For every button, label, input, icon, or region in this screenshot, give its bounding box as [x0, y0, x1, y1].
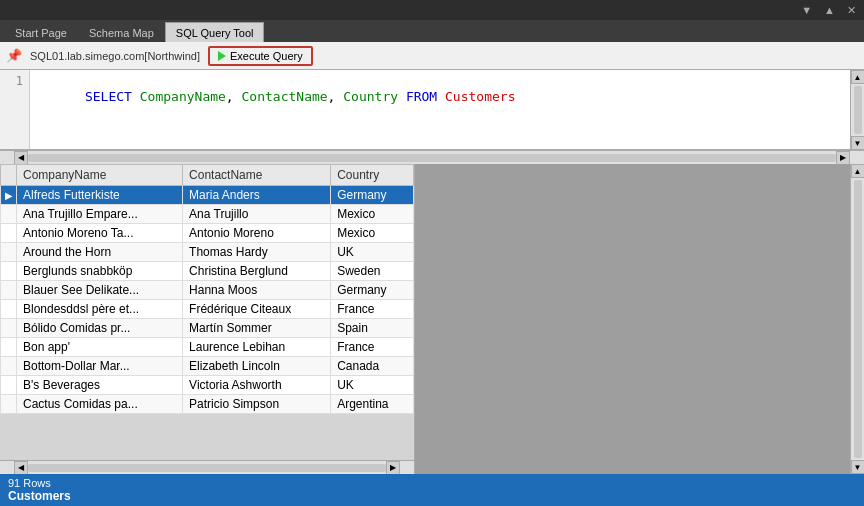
- line-number-1: 1: [6, 74, 23, 88]
- result-table: CompanyName ContactName Country ▶Alfreds…: [0, 164, 414, 460]
- sql-col-company: CompanyName: [140, 89, 226, 104]
- table-row[interactable]: B's BeveragesVictoria AshworthUK: [1, 376, 414, 395]
- row-company: Bólido Comidas pr...: [17, 319, 183, 338]
- row-country: Sweden: [331, 262, 414, 281]
- scroll-left-arrow[interactable]: ◀: [14, 151, 28, 165]
- col-country-header[interactable]: Country: [331, 165, 414, 186]
- table-row[interactable]: Ana Trujillo Empare...Ana TrujilloMexico: [1, 205, 414, 224]
- minimize-button[interactable]: ▼: [797, 4, 816, 17]
- h-scrollbar-track: [28, 154, 836, 162]
- row-country: Germany: [331, 186, 414, 205]
- row-contact: Frédérique Citeaux: [183, 300, 331, 319]
- col-arrow-header: [1, 165, 17, 186]
- table-body: ▶Alfreds FutterkisteMaria AndersGermanyA…: [1, 186, 414, 414]
- table-row[interactable]: Around the HornThomas HardyUK: [1, 243, 414, 262]
- maximize-button[interactable]: ▲: [820, 4, 839, 17]
- row-company: Blauer See Delikate...: [17, 281, 183, 300]
- row-country: Mexico: [331, 205, 414, 224]
- sql-from: [398, 89, 406, 104]
- row-arrow-cell: ▶: [1, 186, 17, 205]
- results-scroll-track: [854, 180, 862, 458]
- title-bar-controls: ▼ ▲ ✕: [797, 4, 860, 17]
- row-company: Berglunds snabbköp: [17, 262, 183, 281]
- editor-v-scrollbar[interactable]: ▲ ▼: [850, 70, 864, 150]
- col-contact-header[interactable]: ContactName: [183, 165, 331, 186]
- pin-icon: 📌: [6, 48, 22, 63]
- table-row[interactable]: Cactus Comidas pa...Patricio SimpsonArge…: [1, 395, 414, 414]
- row-company: Cactus Comidas pa...: [17, 395, 183, 414]
- row-country: UK: [331, 243, 414, 262]
- row-company: Alfreds Futterkiste: [17, 186, 183, 205]
- row-company: Bottom-Dollar Mar...: [17, 357, 183, 376]
- editor-scroll-track: [854, 86, 862, 134]
- col-company-header[interactable]: CompanyName: [17, 165, 183, 186]
- table-row[interactable]: Berglunds snabbköpChristina BerglundSwed…: [1, 262, 414, 281]
- table-row[interactable]: Bottom-Dollar Mar...Elizabeth LincolnCan…: [1, 357, 414, 376]
- table-scroll-left[interactable]: ◀: [14, 461, 28, 475]
- execute-query-button[interactable]: Execute Query: [208, 46, 313, 66]
- table-row[interactable]: Bólido Comidas pr...Martín SommerSpain: [1, 319, 414, 338]
- results-scroll-down[interactable]: ▼: [851, 460, 865, 474]
- row-contact: Laurence Lebihan: [183, 338, 331, 357]
- row-company: Bon app': [17, 338, 183, 357]
- row-company: Antonio Moreno Ta...: [17, 224, 183, 243]
- play-icon: [218, 51, 226, 61]
- row-contact: Elizabeth Lincoln: [183, 357, 331, 376]
- sql-col-contact: ContactName: [242, 89, 328, 104]
- sql-comma1: ,: [226, 89, 242, 104]
- table-row[interactable]: ▶Alfreds FutterkisteMaria AndersGermany: [1, 186, 414, 205]
- main-area: 📌 SQL01.lab.simego.com[Northwind] Execut…: [0, 42, 864, 506]
- row-contact: Hanna Moos: [183, 281, 331, 300]
- row-contact: Thomas Hardy: [183, 243, 331, 262]
- table-row[interactable]: Antonio Moreno Ta...Antonio MorenoMexico: [1, 224, 414, 243]
- scroll-right-arrow[interactable]: ▶: [836, 151, 850, 165]
- row-country: France: [331, 300, 414, 319]
- h-scrollbar[interactable]: ◀ ▶: [0, 150, 864, 164]
- row-arrow-cell: [1, 262, 17, 281]
- results-left-panel: CompanyName ContactName Country ▶Alfreds…: [0, 164, 415, 474]
- row-country: Argentina: [331, 395, 414, 414]
- execute-label: Execute Query: [230, 50, 303, 62]
- row-arrow-cell: [1, 243, 17, 262]
- table-h-scrollbar-track: [28, 464, 386, 472]
- tab-sql-query-tool[interactable]: SQL Query Tool: [165, 22, 265, 42]
- editor-scroll-down[interactable]: ▼: [851, 136, 865, 150]
- row-country: Mexico: [331, 224, 414, 243]
- row-contact: Patricio Simpson: [183, 395, 331, 414]
- line-numbers: 1: [0, 70, 30, 149]
- table-h-scrollbar[interactable]: ◀ ▶: [0, 460, 414, 474]
- row-country: Spain: [331, 319, 414, 338]
- tab-bar: Start Page Schema Map SQL Query Tool: [0, 20, 864, 42]
- sql-space2: [437, 89, 445, 104]
- row-arrow-cell: [1, 376, 17, 395]
- row-arrow-cell: [1, 224, 17, 243]
- row-contact: Ana Trujillo: [183, 205, 331, 224]
- row-company: Around the Horn: [17, 243, 183, 262]
- row-country: UK: [331, 376, 414, 395]
- row-company: Ana Trujillo Empare...: [17, 205, 183, 224]
- status-rows: 91 Rows: [8, 477, 856, 489]
- sql-select: SELECT: [85, 89, 132, 104]
- row-arrow-cell: [1, 319, 17, 338]
- tab-start-page[interactable]: Start Page: [4, 22, 78, 42]
- row-arrow-cell: [1, 281, 17, 300]
- sql-comma2: ,: [328, 89, 344, 104]
- sql-table-name: Customers: [445, 89, 515, 104]
- row-contact: Victoria Ashworth: [183, 376, 331, 395]
- editor-scroll-up[interactable]: ▲: [851, 70, 865, 84]
- query-editor: 1 SELECT CompanyName, ContactName, Count…: [0, 70, 864, 150]
- table-row[interactable]: Blauer See Delikate...Hanna MoosGermany: [1, 281, 414, 300]
- title-bar: ▼ ▲ ✕: [0, 0, 864, 20]
- close-button[interactable]: ✕: [843, 4, 860, 17]
- connection-label: SQL01.lab.simego.com[Northwind]: [30, 50, 200, 62]
- results-v-scrollbar[interactable]: ▲ ▼: [850, 164, 864, 474]
- tab-schema-map[interactable]: Schema Map: [78, 22, 165, 42]
- row-arrow-cell: [1, 338, 17, 357]
- table-row[interactable]: Blondesddsl père et...Frédérique Citeaux…: [1, 300, 414, 319]
- row-country: France: [331, 338, 414, 357]
- query-text[interactable]: SELECT CompanyName, ContactName, Country…: [30, 70, 850, 149]
- table-scroll-right[interactable]: ▶: [386, 461, 400, 475]
- results-scroll-up[interactable]: ▲: [851, 164, 865, 178]
- table-row[interactable]: Bon app'Laurence LebihanFrance: [1, 338, 414, 357]
- row-arrow-cell: [1, 357, 17, 376]
